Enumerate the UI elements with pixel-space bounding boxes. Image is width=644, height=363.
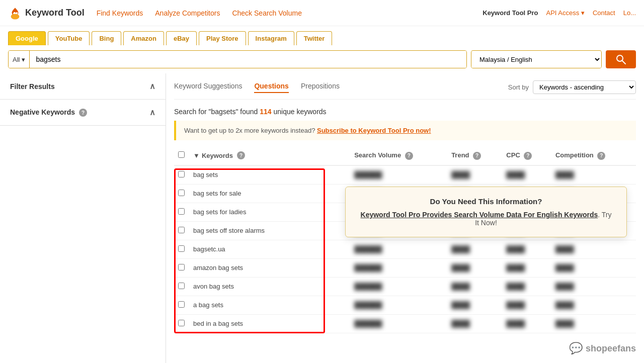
th-checkbox [174,146,189,165]
row-checkbox-cell [174,296,189,314]
row-checkbox[interactable] [178,208,185,215]
trend-col-help[interactable]: ? [473,152,481,160]
cpc-col-help[interactable]: ? [524,152,532,160]
svg-line-2 [622,61,625,64]
th-competition: Competition ? [551,146,636,165]
search-icon [616,54,626,64]
keywords-col-help[interactable]: ? [237,151,245,159]
watermark: 💬 shopeefans [569,342,636,355]
row-checkbox[interactable] [178,283,185,289]
platform-tabs: Google YouTube Bing Amazon eBay Play Sto… [0,26,644,45]
svg-point-1 [617,55,623,61]
tab-amazon[interactable]: Amazon [123,31,164,45]
sort-by-select[interactable]: Keywords - ascending Keywords - descendi… [533,80,636,94]
th-search-volume: Search Volume ? [350,146,447,165]
sv-cell: ██████ [350,240,447,258]
filter-icon: ▼ [193,152,200,159]
table-row: bed in a bag sets ██████ ████ ████ ████ [174,314,636,333]
competition-cell: ████ [551,240,636,258]
cpc-cell: ████ [502,277,551,296]
promo-banner: Want to get up to 2x more keywords inste… [174,121,636,140]
popup-link[interactable]: Keyword Tool Pro Provides Search Volume … [361,211,598,219]
tab-ebay[interactable]: eBay [166,31,197,45]
tab-keyword-suggestions[interactable]: Keyword Suggestions [174,82,242,93]
search-input[interactable] [30,51,466,68]
nav-analyze-competitors[interactable]: Analyze Competitors [155,9,220,17]
competition-col-help[interactable]: ? [597,152,605,160]
row-checkbox[interactable] [178,264,185,270]
table-row: avon bag sets ██████ ████ ████ ████ [174,277,636,296]
tab-twitter[interactable]: Twitter [296,31,333,45]
main-layout: Filter Results ∧ Negative Keywords ? ∧ K… [0,73,644,363]
sv-cell: ██████ [350,277,447,296]
row-checkbox[interactable] [178,171,185,177]
row-checkbox[interactable] [178,190,185,196]
th-cpc: CPC ? [502,146,551,165]
keyword-cell: bag sets [189,165,350,185]
keyword-cell: bagsetc.ua [189,240,350,258]
content-area: Keyword Suggestions Questions Prepositio… [166,73,644,363]
row-checkbox-cell [174,203,189,221]
sv-cell: ██████ [350,258,447,277]
contact-link[interactable]: Contact [593,9,615,17]
tab-play-store[interactable]: Play Store [199,31,246,45]
chevron-down-icon: ▾ [22,56,25,63]
tab-youtube[interactable]: YouTube [48,31,90,45]
row-checkbox-cell [174,240,189,258]
nav-check-search-volume[interactable]: Check Search Volume [232,9,302,17]
negative-keywords-help-icon[interactable]: ? [79,109,87,117]
keyword-cell: bag sets off store alarms [189,221,350,240]
competition-cell: ████ [551,314,636,333]
select-all-checkbox[interactable] [178,151,185,158]
row-checkbox[interactable] [178,245,185,252]
tab-prepositions[interactable]: Prepositions [301,82,340,93]
keyword-cell: bag sets for ladies [189,203,350,221]
filter-results-header[interactable]: Filter Results ∧ [0,73,166,99]
row-checkbox[interactable] [178,320,185,326]
competition-cell: ████ [551,258,636,277]
filter-results-label: Filter Results [10,82,55,90]
cpc-cell: ████ [502,240,551,258]
keywords-table: ▼ Keywords ? Search Volume ? Trend ? [174,146,636,333]
all-selector[interactable]: All ▾ [9,51,30,68]
tab-questions[interactable]: Questions [254,82,288,93]
row-checkbox[interactable] [178,227,185,233]
api-access-link[interactable]: API Access ▾ [546,9,585,17]
trend-cell: ████ [447,258,502,277]
table-container: Do You Need This Information? Keyword To… [174,146,636,333]
tab-bing[interactable]: Bing [92,31,121,45]
language-select[interactable]: Malaysia / English United States / Engli… [471,51,601,68]
keyword-cell: avon bag sets [189,277,350,296]
competition-cell: ████ [551,296,636,314]
negative-keywords-label: Negative Keywords ? [10,108,87,117]
trend-cell: ████ [447,277,502,296]
tab-google[interactable]: Google [8,31,46,45]
sv-cell: ██████ [350,165,447,185]
keyword-cell: a bag sets [189,296,350,314]
trend-cell: ████ [447,314,502,333]
logo[interactable]: Keyword Tool [8,6,85,20]
negative-keywords-header[interactable]: Negative Keywords ? ∧ [0,100,166,125]
tab-instagram[interactable]: Instagram [248,31,294,45]
table-row: bagsetc.ua ██████ ████ ████ ████ [174,240,636,258]
nav-find-keywords[interactable]: Find Keywords [97,9,143,17]
kw-tool-pro-link[interactable]: Keyword Tool Pro [482,9,538,17]
popup-title: Do You Need This Information? [358,197,614,206]
competition-cell: ████ [551,277,636,296]
promo-link[interactable]: Subscribe to Keyword Tool Pro now! [317,127,431,134]
popup-box: Do You Need This Information? Keyword To… [345,187,627,237]
sort-by-group: Sort by Keywords - ascending Keywords - … [508,80,636,94]
row-checkbox-cell [174,221,189,240]
table-row: bag sets ██████ ████ ████ ████ [174,165,636,185]
keyword-cell: amazon bag sets [189,258,350,277]
keyword-cell: bag sets for sale [189,184,350,203]
login-link[interactable]: Lo... [623,9,636,17]
row-checkbox[interactable] [178,301,185,308]
sv-col-help[interactable]: ? [405,152,413,160]
search-button[interactable] [606,50,636,68]
logo-text: Keyword Tool [25,8,85,18]
search-bar: All ▾ Malaysia / English United States /… [0,45,644,73]
th-keywords: ▼ Keywords ? [189,146,350,165]
cpc-cell: ████ [502,165,551,185]
logo-icon [8,6,22,20]
